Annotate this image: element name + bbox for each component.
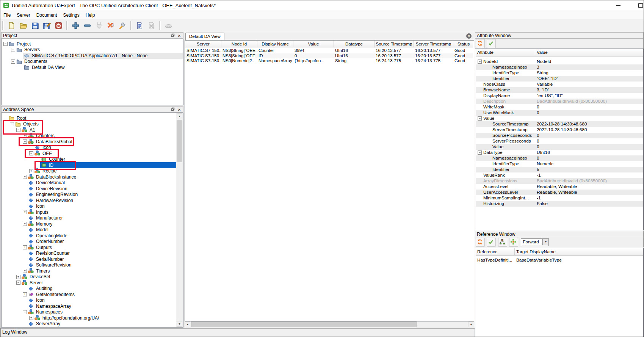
attribute-row-datatype[interactable]: −DataTypeUInt16 xyxy=(476,150,643,155)
attribute-row-valuerank[interactable]: ValueRank-1 xyxy=(476,172,643,178)
da-view-hscrollbar[interactable]: ◄ ► xyxy=(185,321,474,328)
address-space-scrollbar[interactable]: ▲ ▼ xyxy=(176,113,183,327)
tree-item-server[interactable]: −Server xyxy=(2,280,176,286)
remove-server-button[interactable] xyxy=(82,20,93,31)
attribute-row-value[interactable]: Value0 xyxy=(476,144,643,150)
expand-icon[interactable]: + xyxy=(23,210,27,214)
expand-icon[interactable]: + xyxy=(16,275,20,279)
close-view-icon[interactable]: ✕ xyxy=(466,33,472,39)
attribute-row-identifier[interactable]: Identifier5 xyxy=(476,167,643,172)
target-view-button[interactable] xyxy=(509,238,518,247)
tree-item-root[interactable]: Root xyxy=(2,115,176,121)
apply-button[interactable] xyxy=(487,238,496,247)
collapse-icon[interactable]: − xyxy=(11,60,15,64)
column-header-reference[interactable]: Reference xyxy=(476,248,515,255)
attribute-row-serverpicoseconds[interactable]: ServerPicoseconds0 xyxy=(476,138,643,144)
table-row[interactable]: SIMATIC.S7-150...NS3|String|"OEE...Count… xyxy=(185,48,473,53)
collapse-icon[interactable]: − xyxy=(478,116,482,121)
expand-icon[interactable]: + xyxy=(23,175,27,179)
open-document-button[interactable] xyxy=(18,20,29,31)
tree-item-engineeringrevision[interactable]: EngineeringRevision xyxy=(2,192,176,198)
tree-item-id[interactable]: ID xyxy=(2,162,176,168)
tree-item-datablocksinstance[interactable]: +DataBlocksInstance xyxy=(2,174,176,180)
close-panel-icon[interactable]: ✕ xyxy=(177,33,182,39)
collapse-icon[interactable]: − xyxy=(16,128,20,132)
tree-item-counter[interactable]: Counter xyxy=(2,157,176,163)
tree-item-operatingmode[interactable]: OperatingMode xyxy=(2,233,176,239)
exit-button[interactable] xyxy=(53,20,64,31)
disconnect-server-button[interactable] xyxy=(105,20,116,31)
tree-item-hardwarerevision[interactable]: HardwareRevision xyxy=(2,197,176,204)
tree-item-datablocksglobal[interactable]: −DataBlocksGlobal xyxy=(2,139,176,145)
attribute-row-value[interactable]: −Value xyxy=(476,116,643,121)
menu-item-help[interactable]: Help xyxy=(83,11,98,19)
attribute-row-minimumsamplingint-[interactable]: MinimumSamplingInt...-1 xyxy=(476,195,643,201)
tree-item-serialnumber[interactable]: SerialNumber xyxy=(2,256,176,262)
expand-icon[interactable]: + xyxy=(23,134,27,138)
expand-icon[interactable]: + xyxy=(23,292,27,296)
direction-dropdown[interactable]: Forward ▼ xyxy=(521,238,549,246)
connect-server-button[interactable] xyxy=(94,20,105,31)
collapse-icon[interactable]: − xyxy=(3,42,8,46)
tree-item-softwarerevision[interactable]: SoftwareRevision xyxy=(2,262,176,268)
hierarchy-view-button[interactable] xyxy=(498,238,507,247)
attribute-row-historizing[interactable]: HistorizingFalse xyxy=(476,201,643,207)
menu-item-document[interactable]: Document xyxy=(33,11,60,19)
tree-item-default-da-view[interactable]: Default DA View xyxy=(2,64,183,71)
collapse-icon[interactable]: − xyxy=(478,60,482,64)
column-header-source-timestamp[interactable]: Source Timestamp xyxy=(374,41,414,47)
expand-icon[interactable]: + xyxy=(29,169,33,173)
column-header-target-displayname[interactable]: Target DisplayName xyxy=(515,248,643,255)
column-header-node-id[interactable]: Node Id xyxy=(221,41,257,47)
remove-document-button[interactable] xyxy=(146,20,157,31)
attribute-row-nodeid[interactable]: −NodeIdNodeId xyxy=(476,59,643,64)
attribute-row-identifiertype[interactable]: IdentifierTypeNumeric xyxy=(476,161,643,167)
tree-item-recipe[interactable]: +Recipe xyxy=(2,168,176,174)
reference-row[interactable]: HasTypeDefiniti...BaseDataVariableType xyxy=(476,257,643,263)
maximize-button[interactable] xyxy=(632,0,644,11)
attribute-row-namespaceindex[interactable]: NamespaceIndex0 xyxy=(476,155,643,161)
scrollbar-thumb[interactable] xyxy=(177,120,182,162)
attribute-row-accesslevel[interactable]: AccessLevelReadable, Writeable xyxy=(476,184,643,190)
scroll-left-icon[interactable]: ◄ xyxy=(185,321,190,327)
tree-item-icon[interactable]: Icon xyxy=(2,298,176,304)
tree-item-project[interactable]: −Project xyxy=(2,41,183,47)
column-header-display-name[interactable]: Display Name xyxy=(257,41,293,47)
scroll-down-icon[interactable]: ▼ xyxy=(177,321,182,327)
column-header-server-timestamp[interactable]: Server Timestamp xyxy=(414,41,453,47)
attribute-row-description[interactable]: DescriptionBadAttributeIdInvalid (0x8035… xyxy=(476,99,643,104)
attribute-row-nodeclass[interactable]: NodeClassVariable xyxy=(476,82,643,87)
table-row[interactable]: SIMATIC.S7-150...NS3|String|"OEE...ID0UI… xyxy=(185,53,473,59)
save-document-button[interactable] xyxy=(30,20,41,31)
float-panel-icon[interactable] xyxy=(170,33,175,39)
attribute-row-displayname[interactable]: DisplayName"en-US", "ID" xyxy=(476,93,643,99)
tree-item-namespaces[interactable]: −Namespaces xyxy=(2,309,176,315)
collapse-icon[interactable]: − xyxy=(11,48,15,52)
attribute-row-writemask[interactable]: WriteMask0 xyxy=(476,104,643,110)
column-header-datatype[interactable]: Datatype xyxy=(334,41,374,47)
close-panel-icon[interactable]: ✕ xyxy=(177,107,182,113)
refresh-button[interactable] xyxy=(476,238,485,247)
attribute-row-namespaceindex[interactable]: NamespaceIndex3 xyxy=(476,64,643,70)
column-header-value[interactable]: Value xyxy=(535,49,643,56)
table-row[interactable]: SIMATIC.S7-150...NS0|Numeric|2...Namespa… xyxy=(185,58,473,64)
scroll-up-icon[interactable]: ▲ xyxy=(177,113,182,119)
collapse-icon[interactable]: − xyxy=(23,310,27,314)
menu-item-server[interactable]: Server xyxy=(14,11,33,19)
attribute-row-arraydimensions[interactable]: ArrayDimensionsBadAttributeIdInvalid (0x… xyxy=(476,178,643,184)
collapse-icon[interactable]: − xyxy=(23,140,27,144)
tree-item-devicemanual[interactable]: DeviceManual xyxy=(2,180,176,186)
expand-icon[interactable]: + xyxy=(23,222,27,226)
tree-item-model[interactable]: Model xyxy=(2,227,176,233)
tree-item-oee[interactable]: −OEE xyxy=(2,150,176,157)
column-header-attribute[interactable]: Attribute xyxy=(476,49,535,56)
tree-item-icon[interactable]: Icon xyxy=(2,204,176,210)
attribute-row-useraccesslevel[interactable]: UserAccessLevelReadable, Writeable xyxy=(476,190,643,195)
tree-item-serverarray[interactable]: ServerArray xyxy=(2,321,176,327)
tree-item-auditing[interactable]: Auditing xyxy=(2,286,176,292)
tree-item-memory[interactable]: +Memory xyxy=(2,221,176,227)
tree-item-ordernumber[interactable]: OrderNumber xyxy=(2,239,176,245)
float-panel-icon[interactable] xyxy=(170,107,175,113)
tree-item-servers[interactable]: −Servers xyxy=(2,47,183,53)
tree-item-timers[interactable]: +Timers xyxy=(2,268,176,274)
